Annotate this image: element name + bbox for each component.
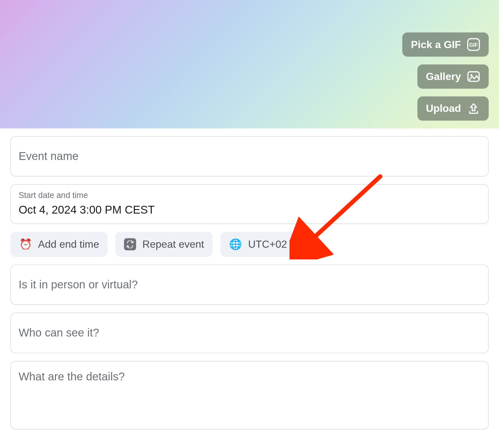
cover-actions: Pick a GIF GIF Gallery	[402, 33, 489, 121]
start-datetime-value: Oct 4, 2024 3:00 PM CEST	[19, 203, 480, 217]
globe-icon: 🌐	[229, 239, 242, 250]
upload-label: Upload	[426, 102, 461, 114]
svg-point-3	[470, 74, 472, 76]
start-datetime-field[interactable]: Start date and time Oct 4, 2024 3:00 PM …	[10, 184, 489, 224]
timezone-button[interactable]: 🌐 UTC+02	[221, 232, 296, 257]
svg-text:GIF: GIF	[469, 42, 478, 48]
event-name-field[interactable]: Event name	[10, 136, 489, 177]
cover-banner: Pick a GIF GIF Gallery	[0, 0, 499, 128]
add-end-time-label: Add end time	[38, 238, 99, 250]
repeat-event-button[interactable]: Repeat event	[116, 232, 213, 257]
gallery-button[interactable]: Gallery	[417, 64, 489, 88]
time-options-row: ⏰ Add end time Repeat event 🌐 UTC+02	[10, 232, 489, 257]
location-field[interactable]: Is it in person or virtual?	[10, 265, 489, 305]
visibility-field[interactable]: Who can see it?	[10, 313, 489, 353]
pick-gif-button[interactable]: Pick a GIF GIF	[402, 33, 489, 57]
visibility-placeholder: Who can see it?	[19, 326, 480, 339]
event-name-placeholder: Event name	[19, 150, 480, 163]
clock-icon: ⏰	[19, 239, 32, 250]
gif-icon: GIF	[467, 38, 480, 51]
image-icon	[467, 70, 480, 83]
event-form: Event name Start date and time Oct 4, 20…	[0, 128, 499, 429]
pick-gif-label: Pick a GIF	[411, 38, 461, 50]
upload-button[interactable]: Upload	[417, 97, 489, 121]
gallery-label: Gallery	[426, 71, 461, 83]
timezone-label: UTC+02	[248, 238, 287, 250]
repeat-icon	[124, 238, 136, 250]
add-end-time-button[interactable]: ⏰ Add end time	[10, 232, 108, 257]
repeat-event-label: Repeat event	[142, 238, 204, 250]
location-placeholder: Is it in person or virtual?	[19, 278, 480, 291]
upload-icon	[467, 102, 480, 115]
details-placeholder: What are the details?	[19, 370, 480, 383]
start-datetime-label: Start date and time	[19, 191, 480, 201]
details-field[interactable]: What are the details?	[10, 361, 489, 429]
